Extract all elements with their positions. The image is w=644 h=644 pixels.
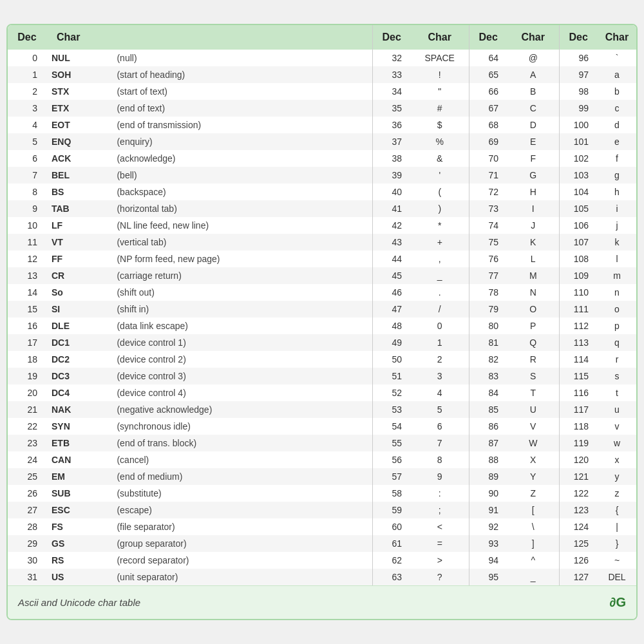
cell-dec1: 1 xyxy=(8,66,46,83)
cell-char4: z xyxy=(598,485,636,502)
cell-abbr: TAB xyxy=(46,200,113,217)
ascii-table-container: Dec Char Dec Char Dec Char Dec Char 0NUL… xyxy=(6,24,638,620)
cell-dec3: 74 xyxy=(469,217,507,234)
cell-char3: V xyxy=(507,418,559,435)
cell-desc: (acknowledge) xyxy=(113,150,372,167)
cell-dec4: 125 xyxy=(559,535,598,552)
cell-char3: W xyxy=(507,435,559,451)
cell-abbr: LF xyxy=(46,217,113,234)
cell-dec3: 78 xyxy=(469,284,507,301)
cell-char3: Z xyxy=(507,485,559,502)
table-row: 8BS(backspace)40(72H104h xyxy=(8,184,636,200)
table-row: 17DC1(device control 1)49181Q113q xyxy=(8,334,636,351)
cell-dec4: 101 xyxy=(559,133,598,150)
cell-desc: (cancel) xyxy=(113,451,372,468)
cell-abbr: FS xyxy=(46,518,113,535)
cell-dec1: 12 xyxy=(8,251,46,267)
cell-char4: h xyxy=(598,184,636,200)
table-row: 5ENQ(enquiry)37%69E101e xyxy=(8,133,636,150)
cell-char4: a xyxy=(598,66,636,83)
cell-dec1: 13 xyxy=(8,267,46,284)
cell-char4: y xyxy=(598,468,636,485)
cell-char4: u xyxy=(598,401,636,418)
table-row: 4EOT(end of transmission)36$68D100d xyxy=(8,117,636,133)
cell-char4: t xyxy=(598,384,636,401)
table-row: 6ACK(acknowledge)38&70F102f xyxy=(8,150,636,167)
table-row: 12FF(NP form feed, new page)44,76L108l xyxy=(8,251,636,267)
cell-char2: $ xyxy=(411,117,469,133)
cell-dec4: 117 xyxy=(559,401,598,418)
cell-char2: ) xyxy=(411,200,469,217)
header-dec2: Dec xyxy=(372,25,411,50)
cell-desc: (end of transmission) xyxy=(113,117,372,133)
cell-char4: ~ xyxy=(598,552,636,569)
cell-char2: 5 xyxy=(411,401,469,418)
cell-abbr: DC3 xyxy=(46,368,113,384)
table-body: 0NUL(null)32SPACE64@96`1SOH(start of hea… xyxy=(8,50,636,585)
cell-char4: c xyxy=(598,100,636,117)
cell-dec3: 94 xyxy=(469,552,507,569)
cell-desc: (start of text) xyxy=(113,83,372,100)
cell-char4: k xyxy=(598,234,636,251)
cell-char3: K xyxy=(507,234,559,251)
table-row: 11VT(vertical tab)43+75K107k xyxy=(8,234,636,251)
cell-char4: { xyxy=(598,502,636,518)
cell-char2: 6 xyxy=(411,418,469,435)
cell-abbr: BS xyxy=(46,184,113,200)
cell-abbr: CAN xyxy=(46,451,113,468)
cell-char2: 9 xyxy=(411,468,469,485)
cell-char4: n xyxy=(598,284,636,301)
cell-dec1: 21 xyxy=(8,401,46,418)
cell-dec2: 62 xyxy=(372,552,411,569)
cell-char3: E xyxy=(507,133,559,150)
table-row: 7BEL(bell)39'71G103g xyxy=(8,167,636,184)
table-row: 15SI (shift in)47/79O111o xyxy=(8,301,636,317)
cell-char3: O xyxy=(507,301,559,317)
cell-dec4: 105 xyxy=(559,200,598,217)
cell-dec3: 85 xyxy=(469,401,507,418)
cell-dec2: 36 xyxy=(372,117,411,133)
cell-dec3: 69 xyxy=(469,133,507,150)
cell-dec1: 23 xyxy=(8,435,46,451)
cell-char2: * xyxy=(411,217,469,234)
cell-abbr: ENQ xyxy=(46,133,113,150)
cell-char2: 1 xyxy=(411,334,469,351)
cell-char4: j xyxy=(598,217,636,234)
cell-dec3: 86 xyxy=(469,418,507,435)
cell-abbr: SUB xyxy=(46,485,113,502)
cell-desc: (end of medium) xyxy=(113,468,372,485)
cell-dec4: 113 xyxy=(559,334,598,351)
cell-dec2: 37 xyxy=(372,133,411,150)
cell-dec3: 71 xyxy=(469,167,507,184)
cell-char2: _ xyxy=(411,267,469,284)
cell-char3: ] xyxy=(507,535,559,552)
cell-abbr: VT xyxy=(46,234,113,251)
table-row: 25EM(end of medium)57989Y121y xyxy=(8,468,636,485)
cell-desc: (synchronous idle) xyxy=(113,418,372,435)
cell-dec1: 27 xyxy=(8,502,46,518)
ascii-table: Dec Char Dec Char Dec Char Dec Char 0NUL… xyxy=(8,25,636,585)
cell-char4: m xyxy=(598,267,636,284)
cell-char2: < xyxy=(411,518,469,535)
cell-char4: e xyxy=(598,133,636,150)
cell-abbr: DC1 xyxy=(46,334,113,351)
cell-char3: Q xyxy=(507,334,559,351)
cell-dec4: 110 xyxy=(559,284,598,301)
table-row: 18DC2(device control 2)50282R114r xyxy=(8,351,636,368)
cell-dec3: 83 xyxy=(469,368,507,384)
cell-dec3: 80 xyxy=(469,317,507,334)
cell-dec4: 99 xyxy=(559,100,598,117)
cell-dec4: 115 xyxy=(559,368,598,384)
cell-dec2: 32 xyxy=(372,50,411,66)
cell-dec3: 93 xyxy=(469,535,507,552)
cell-dec4: 120 xyxy=(559,451,598,468)
header-dec1: Dec xyxy=(8,25,46,50)
cell-dec4: 119 xyxy=(559,435,598,451)
cell-dec1: 3 xyxy=(8,100,46,117)
cell-char2: 0 xyxy=(411,317,469,334)
cell-char2: + xyxy=(411,234,469,251)
header-dec3: Dec xyxy=(469,25,507,50)
cell-desc: (unit separator) xyxy=(113,569,372,585)
cell-char3: [ xyxy=(507,502,559,518)
cell-dec1: 25 xyxy=(8,468,46,485)
